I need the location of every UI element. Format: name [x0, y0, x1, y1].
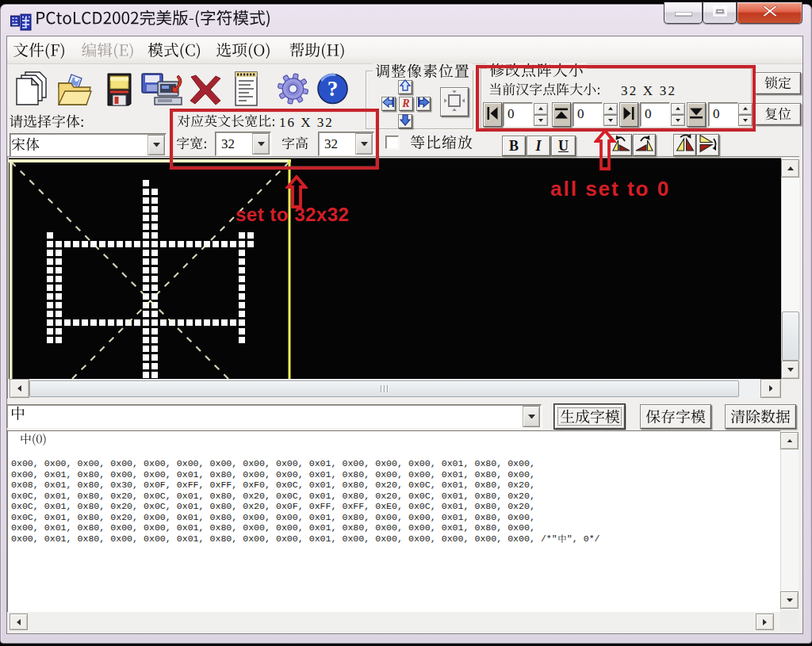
maximize-button[interactable] — [703, 2, 737, 24]
canvas-horizontal-scrollbar-thumb[interactable] — [29, 380, 739, 397]
hex-line8-comment-pre: /*" — [535, 533, 557, 544]
move-up-icon — [399, 79, 412, 95]
underline-button[interactable]: U — [551, 136, 576, 156]
char-width-arrow[interactable] — [252, 133, 270, 155]
left-edge-icon — [485, 105, 500, 124]
char-input-combobox[interactable] — [6, 404, 542, 429]
top-edge-spinner[interactable] — [603, 103, 618, 126]
menu-file[interactable] — [13, 42, 66, 59]
left-edge-value: 0 — [508, 106, 515, 122]
canvas-scroll-left-button[interactable] — [10, 379, 29, 398]
toolbar-help-icon[interactable]: ? — [316, 72, 349, 109]
menu-options[interactable] — [216, 42, 271, 59]
maximize-icon — [713, 6, 727, 20]
proportional-scale-checkbox[interactable] — [385, 136, 399, 149]
hex-data-line: 0x00, 0x00, 0x00, 0x00, 0x00, 0x00, 0x00… — [11, 458, 535, 468]
left-edge-spin-up[interactable] — [534, 103, 548, 115]
pixel-editor-canvas[interactable] — [9, 158, 781, 379]
minimize-icon — [675, 6, 692, 20]
char-height-label — [282, 136, 308, 151]
top-edge-button[interactable] — [552, 102, 571, 127]
canvas-scroll-up-button[interactable] — [781, 159, 799, 178]
rotate-right-button[interactable] — [633, 134, 656, 156]
toolbar-save-to-disk-icon[interactable] — [140, 72, 183, 110]
clear-button-label — [730, 409, 791, 425]
lock-button[interactable] — [755, 72, 801, 94]
flip-vertical-icon — [675, 133, 695, 157]
hex-data-line: 0x08, 0x01, 0x80, 0x30, 0x0F, 0xFF, 0xFF… — [11, 480, 535, 490]
toolbar-open-icon[interactable] — [57, 72, 93, 110]
hex-line8-data: 0x00, 0x01, 0x80, 0x00, 0x00, 0x01, 0x80… — [11, 533, 535, 544]
toolbar-view-report-icon[interactable] — [234, 69, 259, 110]
output-scroll-right-button[interactable] — [756, 614, 774, 630]
left-edge-button[interactable] — [483, 102, 502, 127]
output-text-area[interactable]: 0x00, 0x00, 0x00, 0x00, 0x00, 0x00, 0x00… — [7, 430, 780, 612]
output-scroll-left-button[interactable] — [10, 614, 28, 630]
right-edge-spin-down[interactable] — [671, 115, 685, 127]
current-matrix-label — [488, 82, 601, 97]
current-matrix-value: 32 X 32 — [621, 83, 676, 99]
bottom-edge-spin-down[interactable] — [738, 115, 753, 127]
char-height-arrow[interactable] — [355, 133, 373, 155]
move-right-button[interactable] — [416, 97, 431, 111]
move-up-button[interactable] — [398, 80, 412, 94]
ratio-label — [177, 114, 276, 128]
menu-mode[interactable] — [147, 42, 201, 59]
font-combobox-value — [11, 137, 40, 152]
output-scroll-up-button[interactable] — [780, 432, 799, 449]
bottom-edge-button[interactable] — [687, 102, 706, 127]
right-edge-spinner[interactable] — [671, 103, 685, 126]
window-title — [33, 10, 273, 27]
generate-button[interactable] — [554, 404, 625, 429]
move-down-button[interactable] — [398, 114, 412, 128]
toolbar-delete-icon[interactable] — [188, 75, 223, 109]
right-edge-spin-up[interactable] — [671, 103, 685, 115]
output-scroll-down-button[interactable] — [780, 591, 799, 609]
italic-button[interactable]: I — [527, 136, 550, 156]
right-edge-button[interactable] — [619, 102, 638, 127]
left-edge-spin-down[interactable] — [534, 115, 548, 127]
canvas-vertical-scrollbar-thumb[interactable] — [782, 312, 799, 361]
save-output-button[interactable] — [640, 404, 711, 429]
char-input-arrow[interactable] — [523, 406, 540, 427]
move-left-button[interactable] — [381, 97, 396, 111]
menu-help[interactable] — [289, 42, 346, 59]
clear-button[interactable] — [725, 404, 796, 429]
right-edge-icon — [622, 105, 636, 124]
generate-button-label — [560, 409, 620, 425]
rotate-left-button[interactable] — [609, 134, 632, 156]
output-vertical-scrollbar[interactable] — [780, 430, 799, 610]
menu-edit[interactable] — [81, 42, 135, 59]
toolbar-new-file-icon[interactable] — [13, 70, 49, 110]
top-edge-value: 0 — [577, 106, 584, 122]
bottom-edge-icon — [688, 106, 704, 124]
left-edge-spinner[interactable] — [534, 103, 548, 126]
top-edge-spin-down[interactable] — [603, 115, 618, 127]
canvas-scroll-right-button[interactable] — [760, 379, 781, 398]
flip-vertical-button[interactable] — [673, 134, 696, 156]
reset-position-button[interactable]: R — [399, 97, 413, 111]
bottom-edge-value: 0 — [713, 106, 720, 122]
canvas-scroll-down-button[interactable] — [781, 361, 799, 379]
toolbar-save-icon[interactable] — [106, 71, 132, 110]
top-edge-spin-up[interactable] — [603, 103, 618, 115]
save-output-button-label — [645, 409, 706, 425]
hex-data-line: 0x0C, 0x01, 0x80, 0x20, 0x0C, 0x01, 0x80… — [11, 491, 535, 501]
reset-button[interactable] — [755, 103, 801, 125]
flip-horizontal-button[interactable] — [696, 134, 719, 156]
bottom-edge-spinner[interactable] — [738, 103, 753, 126]
font-combobox-arrow[interactable] — [147, 135, 165, 155]
move-down-icon — [399, 113, 412, 129]
minimize-button[interactable] — [664, 2, 703, 24]
bold-button[interactable]: B — [502, 136, 526, 156]
char-input-value — [10, 406, 25, 422]
close-button[interactable] — [737, 2, 802, 24]
toolbar-settings-icon[interactable] — [277, 72, 309, 109]
center-button[interactable] — [440, 87, 469, 117]
pixel-position-title — [373, 63, 473, 79]
flip-horizontal-icon — [698, 133, 718, 157]
close-icon — [763, 5, 777, 21]
hex-data-line: 0x00, 0x01, 0x80, 0x00, 0x00, 0x01, 0x80… — [11, 469, 535, 480]
output-horizontal-scrollbar[interactable] — [7, 612, 780, 631]
bottom-edge-spin-up[interactable] — [738, 103, 753, 115]
